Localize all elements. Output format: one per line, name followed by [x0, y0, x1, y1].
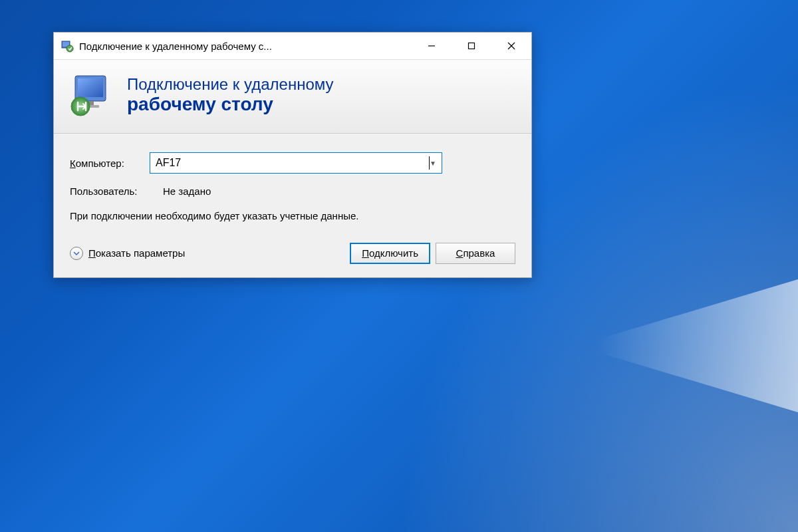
- header-text: Подключение к удаленному рабочему столу: [127, 75, 334, 115]
- svg-rect-4: [469, 43, 475, 49]
- rdc-header-icon: [68, 72, 115, 118]
- header-title-line1: Подключение к удаленному: [127, 75, 334, 94]
- chevron-down-icon[interactable]: ▼: [430, 160, 436, 167]
- credentials-note: При подключении необходимо будет указать…: [70, 209, 402, 224]
- svg-rect-9: [78, 78, 103, 97]
- computer-input[interactable]: [156, 157, 429, 169]
- show-options-link[interactable]: Показать параметры: [88, 247, 185, 259]
- rdc-window: Подключение к удаленному рабочему с...: [53, 32, 532, 278]
- minimize-button[interactable]: [412, 33, 452, 59]
- titlebar[interactable]: Подключение к удаленному рабочему с...: [54, 33, 531, 59]
- svg-point-2: [66, 45, 73, 52]
- rdc-titlebar-icon: [61, 39, 74, 53]
- dialog-body: Компьютер: ▼ Пользователь: Не задано При…: [54, 134, 531, 277]
- window-controls: [412, 33, 531, 59]
- footer-row: Показать параметры Подключить Справка: [70, 243, 515, 264]
- computer-label: Компьютер:: [70, 158, 150, 169]
- close-button[interactable]: [491, 33, 531, 59]
- window-title: Подключение к удаленному рабочему с...: [79, 41, 412, 52]
- user-value: Не задано: [163, 186, 211, 197]
- connect-button[interactable]: Подключить: [350, 243, 430, 264]
- maximize-button[interactable]: [452, 33, 491, 59]
- desktop-light-beam: [598, 279, 798, 412]
- header-title-line2: рабочему столу: [127, 94, 334, 115]
- expand-options-icon[interactable]: [70, 247, 83, 260]
- user-row: Пользователь: Не задано: [70, 186, 515, 197]
- computer-row: Компьютер: ▼: [70, 152, 515, 174]
- user-label: Пользователь:: [70, 186, 150, 197]
- help-button[interactable]: Справка: [436, 243, 515, 264]
- computer-combobox[interactable]: ▼: [150, 152, 442, 174]
- header-banner: Подключение к удаленному рабочему столу: [54, 59, 531, 134]
